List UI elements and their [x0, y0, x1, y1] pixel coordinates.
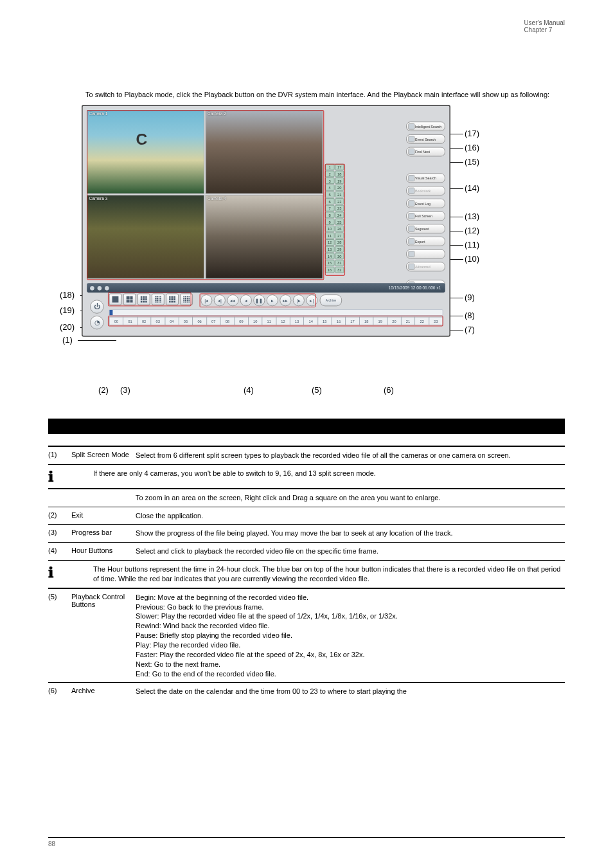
visual-search-button[interactable]: Visual Search: [406, 173, 445, 183]
channel-button[interactable]: 10: [325, 226, 334, 232]
callout-1: (1): [62, 335, 73, 345]
channel-button[interactable]: 22: [335, 198, 344, 204]
hour-button[interactable]: 05: [179, 316, 193, 325]
slower-button[interactable]: ◂◂: [227, 294, 238, 306]
channel-button[interactable]: 26: [335, 226, 344, 232]
hour-button[interactable]: 17: [345, 316, 359, 325]
hour-button[interactable]: 11: [262, 316, 276, 325]
channel-button[interactable]: 21: [335, 191, 344, 197]
callout-13: (13): [465, 212, 479, 221]
faster-button[interactable]: ▸▸: [280, 294, 291, 306]
hour-button[interactable]: 00: [109, 316, 123, 325]
end-button[interactable]: ▸|: [306, 294, 317, 306]
previous-frame-button[interactable]: ◂|: [214, 294, 226, 306]
channel-button[interactable]: 13: [325, 246, 334, 253]
rewind-button[interactable]: ◂: [240, 294, 252, 306]
hour-button[interactable]: 06: [192, 316, 206, 325]
event-search-button[interactable]: Event Search: [406, 134, 445, 144]
segment-button[interactable]: Segment: [406, 224, 445, 233]
hour-button[interactable]: 09: [234, 316, 248, 325]
channel-button[interactable]: 7: [325, 205, 334, 212]
channel-button[interactable]: 1: [325, 164, 334, 170]
header-meta: User's Manual Chapter 7: [524, 19, 565, 33]
callout-3: (3): [120, 385, 130, 395]
layout-9-button[interactable]: [138, 293, 150, 305]
hour-button[interactable]: 04: [164, 316, 179, 325]
layout-13-button[interactable]: [180, 293, 193, 305]
channel-button[interactable]: 19: [335, 177, 344, 184]
event-log-button[interactable]: Event Log: [406, 199, 445, 208]
exit-button[interactable]: ⏻: [90, 300, 103, 313]
hour-button[interactable]: 22: [414, 316, 429, 325]
full-screen-button[interactable]: Full Screen: [406, 211, 445, 221]
channel-button[interactable]: 18: [335, 170, 344, 177]
camera-2-view[interactable]: Camera 2: [206, 110, 323, 194]
intelligent-search-button[interactable]: Intelligent Search: [406, 122, 445, 131]
hour-button[interactable]: 18: [359, 316, 373, 325]
table-num: (4): [48, 547, 71, 554]
hour-button[interactable]: 07: [206, 316, 220, 325]
layout-16-button[interactable]: [152, 293, 164, 305]
camera-3-view[interactable]: Camera 3: [87, 195, 204, 278]
layout-8-button[interactable]: [166, 293, 179, 305]
progress-bar[interactable]: [109, 309, 443, 316]
table-desc: Select from 6 different split screen typ…: [136, 451, 565, 460]
camera-4-view[interactable]: Camera 4: [206, 195, 323, 278]
hour-button[interactable]: 01: [123, 316, 137, 325]
hour-button[interactable]: 02: [137, 316, 151, 325]
channel-button[interactable]: 3: [325, 177, 334, 184]
export-button[interactable]: Export: [406, 237, 445, 246]
channel-button[interactable]: 23: [335, 205, 344, 212]
begin-button[interactable]: |◂: [200, 294, 212, 306]
channel-button[interactable]: 5: [325, 191, 334, 197]
channel-button[interactable]: 4: [325, 185, 334, 191]
hour-button[interactable]: 12: [276, 316, 290, 325]
layout-4-button[interactable]: [123, 293, 136, 305]
channel-button[interactable]: 20: [335, 185, 344, 191]
hour-button[interactable]: 23: [429, 316, 443, 325]
channel-button[interactable]: 11: [325, 232, 334, 239]
channel-button[interactable]: 16: [325, 267, 334, 273]
playback-controls: |◂ ◂| ◂◂ ◂ ❚❚ ▸ ▸▸ |▸ ▸|: [200, 294, 317, 306]
channel-button[interactable]: 2: [325, 170, 334, 177]
bookmark-button[interactable]: Bookmark: [406, 186, 445, 195]
channel-button[interactable]: 15: [325, 260, 334, 266]
play-button[interactable]: ▸: [267, 294, 278, 306]
hour-button[interactable]: 19: [373, 316, 387, 325]
channel-button[interactable]: 27: [335, 232, 344, 239]
channel-button[interactable]: 17: [335, 164, 344, 170]
channel-button[interactable]: 9: [325, 219, 334, 225]
hdd-button[interactable]: ◔: [90, 316, 103, 329]
hour-button[interactable]: 14: [303, 316, 317, 325]
hour-button[interactable]: 21: [401, 316, 415, 325]
hour-button[interactable]: 20: [387, 316, 401, 325]
find-next-button[interactable]: Find Next: [406, 147, 445, 156]
channel-button[interactable]: 32: [335, 267, 344, 273]
hour-button[interactable]: 15: [317, 316, 332, 325]
next-frame-button[interactable]: |▸: [293, 294, 305, 306]
callout-12: (12): [465, 226, 479, 235]
channel-button[interactable]: 12: [325, 239, 334, 246]
channel-button[interactable]: 25: [335, 219, 344, 225]
advanced-button[interactable]: Advanced: [406, 262, 445, 271]
channel-button[interactable]: 31: [335, 260, 344, 266]
table-desc: Select and click to playback the recorde…: [136, 547, 565, 556]
channel-button[interactable]: 30: [335, 253, 344, 259]
channel-button[interactable]: 24: [335, 212, 344, 218]
hour-button[interactable]: 16: [332, 316, 346, 325]
camera-1-view[interactable]: Camera 1: [87, 110, 204, 194]
callout-8: (8): [465, 311, 475, 320]
pause-button[interactable]: ❚❚: [253, 294, 265, 306]
info-icon: ℹ: [48, 469, 61, 484]
archive-button[interactable]: Archive: [320, 294, 342, 306]
channel-button[interactable]: 6: [325, 198, 334, 204]
channel-button[interactable]: 29: [335, 246, 344, 253]
hour-button[interactable]: 03: [151, 316, 165, 325]
hour-button[interactable]: 13: [290, 316, 304, 325]
hour-button[interactable]: 08: [220, 316, 235, 325]
channel-button[interactable]: 28: [335, 239, 344, 246]
layout-1-button[interactable]: [109, 293, 122, 305]
channel-button[interactable]: 14: [325, 253, 334, 259]
hour-button[interactable]: 10: [248, 316, 262, 325]
channel-button[interactable]: 8: [325, 212, 334, 218]
